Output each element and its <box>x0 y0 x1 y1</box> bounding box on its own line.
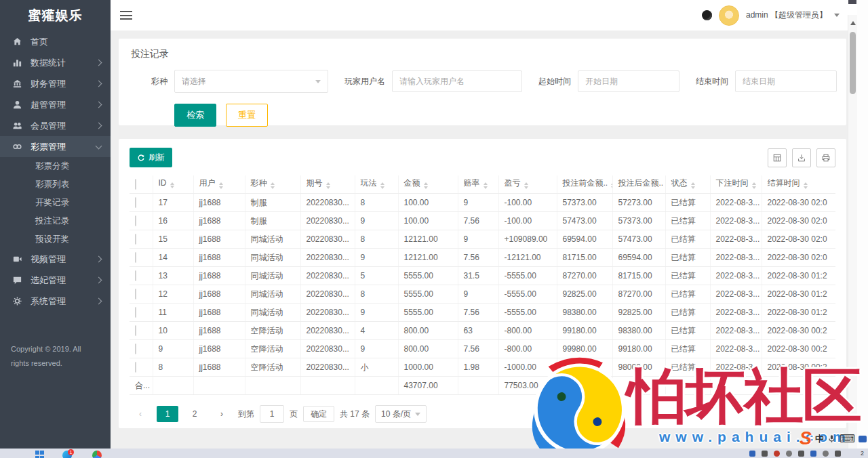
prev-page-button[interactable]: ‹ <box>130 406 151 422</box>
column-header-odds[interactable]: 赔率 <box>458 175 498 194</box>
column-header-before[interactable]: 投注前金额.. <box>557 175 612 194</box>
theme-icon[interactable] <box>702 10 712 20</box>
browser-icon[interactable] <box>92 451 102 458</box>
start-date-input[interactable] <box>578 70 679 92</box>
sort-icon[interactable] <box>326 180 330 191</box>
sort-icon[interactable] <box>752 180 756 191</box>
sogou-icon[interactable]: S <box>800 430 812 448</box>
table-row: 11jj1688同城活动20220830...95555.007.56-5555… <box>130 304 835 322</box>
column-header-issue[interactable]: 期号 <box>300 175 355 194</box>
sidebar-item-label: 财务管理 <box>31 78 96 90</box>
sidebar-item-stats[interactable]: 数据统计 <box>0 52 111 73</box>
refresh-button[interactable]: 刷新 <box>130 148 172 167</box>
column-header-settle_time[interactable]: 结算时间 <box>762 175 835 194</box>
page-2-button[interactable]: 2 <box>184 406 205 422</box>
row-checkbox[interactable] <box>135 215 136 226</box>
column-header-user[interactable]: 用户 <box>193 175 245 194</box>
row-checkbox[interactable] <box>135 197 136 208</box>
total-user <box>193 377 245 395</box>
tray-icon[interactable] <box>762 451 768 457</box>
goto-page-input[interactable] <box>260 405 284 423</box>
avatar[interactable] <box>719 5 739 26</box>
page-1-button[interactable]: 1 <box>157 406 178 422</box>
sidebar-subitem[interactable]: 彩票列表 <box>0 175 111 194</box>
scroll-up-arrow-icon[interactable] <box>850 18 856 25</box>
cell-play: 4 <box>355 322 398 340</box>
cell-amount: 5555.00 <box>398 304 458 322</box>
sidebar-item-concubine[interactable]: 选妃管理 <box>0 270 111 291</box>
column-header-id[interactable]: ID <box>153 175 193 194</box>
sort-icon[interactable] <box>219 180 223 191</box>
sort-icon[interactable] <box>804 180 808 191</box>
sidebar-subitem[interactable]: 彩票分类 <box>0 157 111 175</box>
chevron-right-icon <box>96 277 102 284</box>
goto-confirm-button[interactable]: 确定 <box>303 406 334 422</box>
row-checkbox[interactable] <box>135 362 136 373</box>
sidebar-item-finance[interactable]: 财务管理 <box>0 73 111 94</box>
tray-icon[interactable] <box>798 451 804 457</box>
sidebar-item-home[interactable]: 首页 <box>0 31 111 52</box>
column-header-profit[interactable]: 盈亏 <box>498 175 557 194</box>
row-checkbox[interactable] <box>135 344 136 354</box>
column-header-after[interactable]: 投注后金额.. <box>612 175 665 194</box>
cell-before: 99980.00 <box>557 340 612 358</box>
cell-odds: 7.56 <box>458 340 498 358</box>
next-page-button[interactable]: › <box>211 406 233 422</box>
column-header-bet_time[interactable]: 下注时间 <box>710 175 762 194</box>
columns-icon[interactable] <box>768 148 787 167</box>
scrollbar[interactable] <box>848 15 857 449</box>
per-page-select[interactable]: 10 条/页 <box>375 405 427 423</box>
lottery-type-select[interactable]: 请选择 <box>174 70 328 93</box>
tray-icon[interactable] <box>786 451 792 457</box>
sort-icon[interactable] <box>484 180 488 191</box>
ime-toolbox-icon[interactable] <box>859 436 867 442</box>
scrollbar-thumb[interactable] <box>850 32 856 94</box>
row-checkbox[interactable] <box>135 289 136 299</box>
row-checkbox[interactable] <box>135 325 136 336</box>
tray-icon[interactable] <box>774 451 780 457</box>
start-button[interactable] <box>35 451 45 458</box>
row-checkbox[interactable] <box>135 252 136 263</box>
row-checkbox[interactable] <box>135 307 136 318</box>
sort-icon[interactable] <box>691 180 695 191</box>
reset-button[interactable]: 重置 <box>226 104 268 127</box>
column-header-lottery[interactable]: 彩种 <box>245 175 300 194</box>
search-button[interactable]: 检索 <box>174 104 216 127</box>
sidebar-item-lottery[interactable]: 彩票管理 <box>0 136 111 157</box>
sort-icon[interactable] <box>424 180 428 191</box>
sort-icon[interactable] <box>380 180 384 191</box>
cell-user: jj1688 <box>193 285 245 304</box>
select-all-checkbox[interactable] <box>135 179 136 190</box>
end-date-input[interactable] <box>735 70 837 92</box>
row-checkbox[interactable] <box>135 234 136 245</box>
keyboard-icon[interactable]: ⌨ <box>840 434 855 444</box>
player-name-input[interactable] <box>392 70 522 92</box>
sidebar-item-member[interactable]: 会员管理 <box>0 115 111 136</box>
export-icon[interactable] <box>792 148 811 167</box>
sidebar-item-video[interactable]: 视频管理 <box>0 249 111 270</box>
tray-icon[interactable] <box>823 451 829 457</box>
sidebar-item-system[interactable]: 系统管理 <box>0 291 111 312</box>
print-icon[interactable] <box>816 148 835 167</box>
tray-icon[interactable] <box>835 451 841 457</box>
column-header-status[interactable]: 状态 <box>665 175 710 194</box>
row-checkbox[interactable] <box>135 270 136 281</box>
sidebar-subitem[interactable]: 预设开奖 <box>0 230 111 249</box>
column-header-amount[interactable]: 金额 <box>398 175 458 194</box>
tray-icon[interactable] <box>810 451 816 457</box>
sidebar-subitem[interactable]: 投注记录 <box>0 212 111 230</box>
admin-menu[interactable]: admin 【超级管理员】 <box>746 9 827 21</box>
hamburger-icon[interactable] <box>120 11 132 20</box>
mic-icon[interactable] <box>827 434 836 444</box>
chevron-down-icon <box>96 142 102 149</box>
cell-settle_time: 2022-08-30 00:2 <box>762 358 835 377</box>
ime-chinese-mode-icon[interactable]: 中 <box>815 433 824 445</box>
sidebar-item-super[interactable]: 超管管理 <box>0 94 111 115</box>
sort-icon[interactable] <box>524 180 528 191</box>
sidebar-subitem[interactable]: 开奖记录 <box>0 194 111 212</box>
tray-icon[interactable] <box>749 451 755 457</box>
column-header-play[interactable]: 玩法 <box>355 175 398 194</box>
sort-icon[interactable] <box>170 180 174 191</box>
sort-icon[interactable] <box>271 180 275 191</box>
cell-before: 99000.00 <box>557 358 612 377</box>
